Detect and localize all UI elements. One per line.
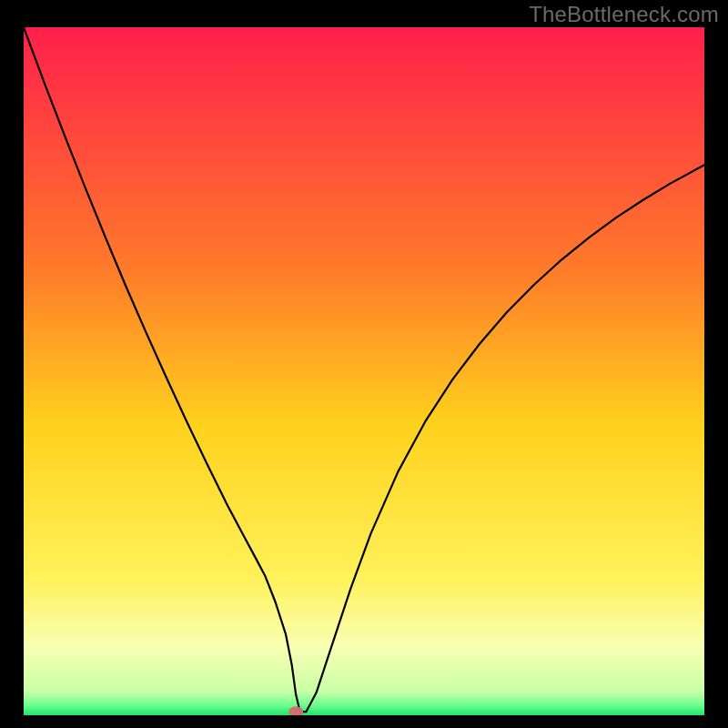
chart-plot-area (24, 27, 704, 715)
chart-svg (24, 27, 704, 715)
watermark-text: TheBottleneck.com (529, 2, 719, 27)
chart-background (24, 27, 704, 715)
